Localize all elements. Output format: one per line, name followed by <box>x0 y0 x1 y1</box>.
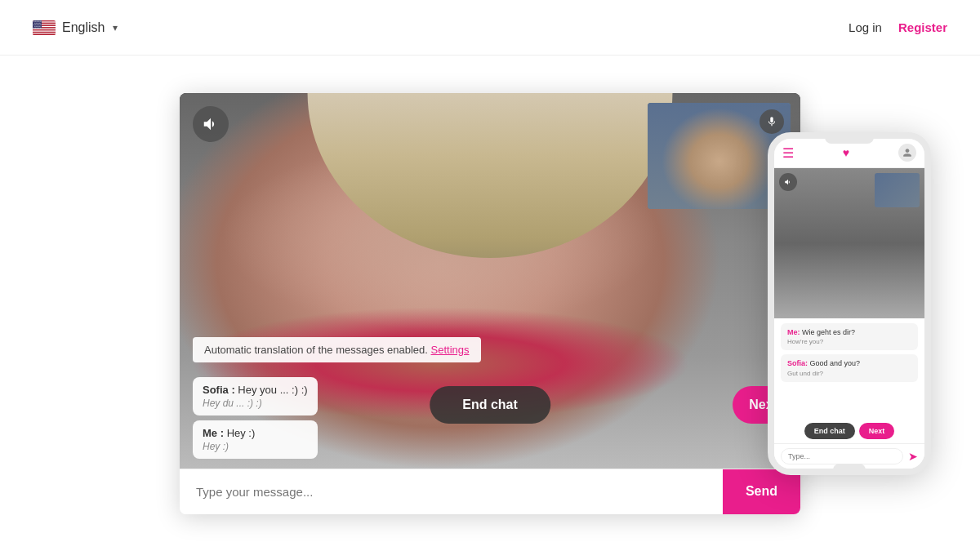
me-translated: Hey :) <box>203 441 308 452</box>
me-message: Me : Hey :) <box>203 427 308 439</box>
phone-me-sender: Me: <box>787 328 802 336</box>
phone-mockup: ☰ ♥ <box>768 132 931 475</box>
sofia-message: Sofia : Hey you ... :) :) <box>203 384 308 396</box>
chevron-down-icon: ▾ <box>113 22 118 33</box>
phone-bubble-me: Me: Wie geht es dir? How're you? <box>781 323 918 351</box>
me-sender: Me : <box>203 427 227 439</box>
phone-screen: ☰ ♥ <box>774 139 924 469</box>
phone-actions: End chat Next <box>774 419 924 443</box>
login-button[interactable]: Log in <box>849 20 882 34</box>
translation-bar: Automatic translation of the messages en… <box>193 337 481 362</box>
translation-text: Automatic translation of the messages en… <box>204 344 428 356</box>
register-button[interactable]: Register <box>898 20 947 34</box>
phone-volume-icon <box>784 178 792 186</box>
sofia-translated: Hey du ... :) :) <box>203 398 308 409</box>
phone-user-icon[interactable] <box>898 144 916 162</box>
language-label: English <box>62 20 105 35</box>
phone-me-translated: How're you? <box>787 337 911 346</box>
page-wrapper: ★★★★★ ★★★★ ★★★★★ ★★★★ ★★★★★ English ▾ Lo… <box>0 0 980 551</box>
header-right: Log in Register <box>849 20 947 34</box>
phone-speaker <box>825 132 874 144</box>
phone-heart-icon: ♥ <box>843 146 849 159</box>
header: ★★★★★ ★★★★ ★★★★★ ★★★★ ★★★★★ English ▾ Lo… <box>0 0 980 56</box>
phone-chat: Me: Wie geht es dir? How're you? Sofia: … <box>774 318 924 469</box>
phone-sofia-translated: Gut und dir? <box>787 369 911 378</box>
chat-bubble-sofia: Sofia : Hey you ... :) :) Hey du ... :) … <box>193 377 318 415</box>
svg-rect-8 <box>33 29 56 30</box>
user-icon <box>902 148 912 158</box>
svg-rect-7 <box>33 28 56 29</box>
phone-bubble-sofia: Sofia: Good and you? Gut und dir? <box>781 354 918 382</box>
send-button[interactable]: Send <box>723 469 800 514</box>
phone-me-original: Wie geht es dir? <box>802 328 855 336</box>
phone-send-icon[interactable]: ➤ <box>908 450 918 463</box>
svg-rect-9 <box>33 30 56 31</box>
us-flag-icon: ★★★★★ ★★★★ ★★★★★ ★★★★ ★★★★★ <box>33 20 56 35</box>
phone-home-button[interactable] <box>833 464 866 475</box>
volume-icon <box>202 115 220 133</box>
settings-link[interactable]: Settings <box>431 344 470 356</box>
video-area: Automatic translation of the messages en… <box>180 93 800 469</box>
volume-button[interactable] <box>193 106 229 142</box>
desktop-chat-window: Automatic translation of the messages en… <box>180 93 800 514</box>
language-selector[interactable]: ★★★★★ ★★★★ ★★★★★ ★★★★ ★★★★★ English ▾ <box>33 20 118 35</box>
phone-message-input[interactable] <box>781 448 903 464</box>
phone-end-chat-button[interactable]: End chat <box>804 423 855 439</box>
phone-pip-video <box>875 173 920 207</box>
phone-sofia-sender: Sofia: <box>787 359 810 367</box>
sofia-sender: Sofia : <box>203 384 238 396</box>
phone-video-area <box>774 168 924 318</box>
message-input-area: Send <box>180 469 800 514</box>
end-chat-button[interactable]: End chat <box>430 386 550 424</box>
pip-mic-button[interactable] <box>760 109 784 134</box>
svg-rect-10 <box>33 31 56 32</box>
chat-bubble-me: Me : Hey :) Hey :) <box>193 420 318 459</box>
phone-sofia-original: Good and you? <box>810 359 861 367</box>
phone-volume-button[interactable] <box>779 173 797 191</box>
main-content: Automatic translation of the messages en… <box>0 56 980 551</box>
woman-hair <box>273 93 707 300</box>
svg-rect-12 <box>33 33 56 34</box>
svg-rect-11 <box>33 33 56 33</box>
phone-next-button[interactable]: Next <box>859 423 895 439</box>
phone-messages: Me: Wie geht es dir? How're you? Sofia: … <box>774 318 924 419</box>
phone-menu-icon[interactable]: ☰ <box>782 145 794 161</box>
mic-icon <box>766 116 777 127</box>
chat-messages: Sofia : Hey you ... :) :) Hey du ... :) … <box>193 377 318 459</box>
message-input[interactable] <box>180 485 723 499</box>
